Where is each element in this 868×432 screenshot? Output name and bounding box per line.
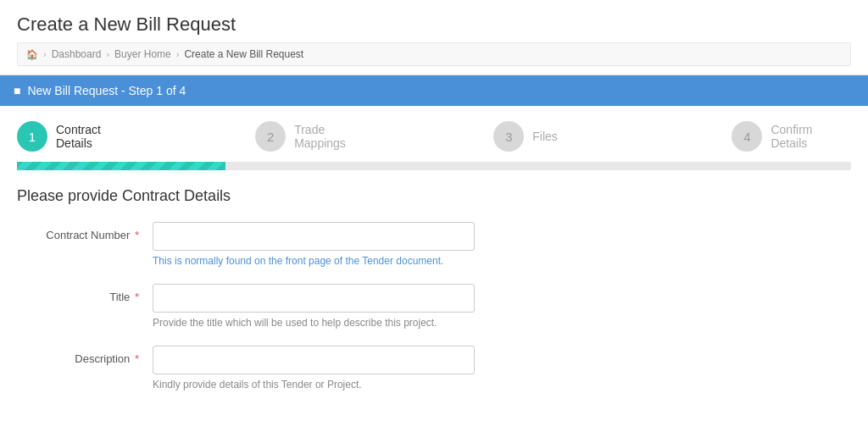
step-4-label: Confirm Details	[771, 123, 851, 150]
progress-bar-container	[17, 162, 851, 170]
form-section: Please provide Contract Details Contract…	[0, 170, 868, 424]
progress-bar-fill	[17, 162, 225, 170]
breadcrumb-buyer-home[interactable]: Buyer Home	[114, 48, 171, 60]
step-1[interactable]: 1 Contract Details	[17, 121, 136, 152]
breadcrumb-separator-2: ›	[106, 49, 109, 59]
description-input[interactable]	[153, 346, 475, 374]
step-3-circle: 3	[493, 121, 524, 152]
step-1-label: Contract Details	[56, 123, 136, 150]
page-header: Create a New Bill Request 🏠 › Dashboard …	[0, 0, 868, 75]
title-hint: Provide the title which will be used to …	[153, 317, 475, 329]
breadcrumb-separator-1: ›	[43, 49, 47, 59]
title-field-wrapper: Provide the title which will be used to …	[153, 284, 475, 329]
step-header-bar: ■ New Bill Request - Step 1 of 4	[0, 75, 868, 106]
step-2-number: 2	[267, 130, 274, 144]
home-icon: 🏠	[26, 49, 38, 60]
step-3-number: 3	[505, 130, 512, 144]
description-required: *	[131, 352, 139, 365]
breadcrumb: 🏠 › Dashboard › Buyer Home › Create a Ne…	[17, 42, 851, 66]
step-header-icon: ■	[14, 84, 20, 97]
breadcrumb-current: Create a New Bill Request	[184, 48, 303, 60]
step-2-circle: 2	[255, 121, 286, 152]
contract-number-field-wrapper: This is normally found on the front page…	[153, 222, 475, 267]
step-3-label: Files	[532, 130, 558, 143]
description-hint: Kindly provide details of this Tender or…	[153, 379, 475, 390]
steps-container: 1 Contract Details 2 Trade Mappings 3 Fi…	[0, 106, 868, 152]
step-4-number: 4	[743, 130, 750, 144]
breadcrumb-dashboard[interactable]: Dashboard	[52, 48, 102, 60]
breadcrumb-separator-3: ›	[176, 49, 180, 59]
description-field-wrapper: Kindly provide details of this Tender or…	[153, 346, 475, 390]
contract-number-group: Contract Number * This is normally found…	[17, 222, 851, 267]
description-label: Description *	[17, 346, 153, 365]
title-group: Title * Provide the title which will be …	[17, 284, 851, 329]
form-section-title: Please provide Contract Details	[17, 187, 851, 205]
step-4[interactable]: 4 Confirm Details	[732, 121, 851, 152]
step-2[interactable]: 2 Trade Mappings	[255, 121, 375, 152]
step-2-label: Trade Mappings	[294, 123, 375, 150]
contract-number-input[interactable]	[153, 222, 475, 251]
description-group: Description * Kindly provide details of …	[17, 346, 851, 390]
step-1-circle: 1	[17, 121, 47, 152]
title-input[interactable]	[153, 284, 475, 313]
title-label: Title *	[17, 284, 153, 303]
contract-number-required: *	[131, 229, 139, 241]
step-3[interactable]: 3 Files	[493, 121, 613, 152]
page-wrapper: Create a New Bill Request 🏠 › Dashboard …	[0, 0, 868, 432]
title-required: *	[131, 291, 139, 303]
step-1-number: 1	[29, 130, 36, 144]
step-header-label: New Bill Request - Step 1 of 4	[27, 84, 186, 97]
contract-number-hint: This is normally found on the front page…	[153, 255, 475, 267]
step-4-circle: 4	[732, 121, 762, 152]
page-title: Create a New Bill Request	[17, 14, 851, 36]
contract-number-label: Contract Number *	[17, 222, 153, 241]
